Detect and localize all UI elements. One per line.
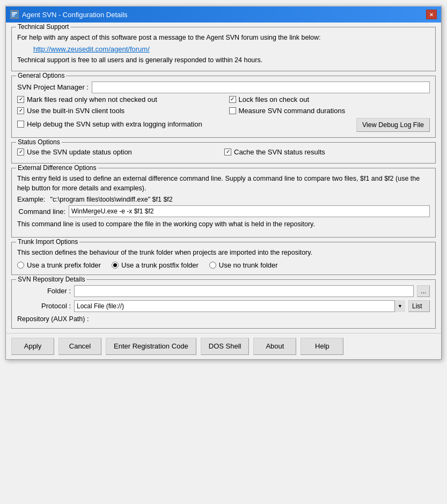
close-button[interactable]: × <box>426 10 437 19</box>
radio-no-trunk-circle[interactable] <box>209 262 216 269</box>
example-row: Example: "c:\program files\tools\windiff… <box>17 196 430 203</box>
trunk-import-group: Trunk Import Options This section define… <box>11 242 436 275</box>
radio-prefix-circle[interactable] <box>17 262 24 269</box>
trunk-import-label: Trunk Import Options <box>16 238 79 246</box>
footer-buttons: Apply Cancel Enter Registration Code DOS… <box>6 333 441 359</box>
radio-postfix[interactable]: Use a trunk postfix folder <box>112 261 199 269</box>
browse-button[interactable]: ... <box>417 285 430 297</box>
support-link[interactable]: http://www.zeusedit.com/agent/forum/ <box>33 45 150 53</box>
checkbox-row-2: Lock files on check out <box>229 95 430 103</box>
status-cb-row-1: Use the SVN update status option <box>17 148 223 156</box>
status-checkbox-grid: Use the SVN update status option Cache t… <box>17 148 430 158</box>
status-cb-row-2: Cache the SVN status results <box>224 148 430 156</box>
checkbox-row-4: Measure SVN command durations <box>229 107 430 115</box>
main-content: Technical Support For help with any aspe… <box>6 23 441 333</box>
cb-cache-status-label: Cache the SVN status results <box>234 148 325 156</box>
example-label: Example: <box>17 196 45 203</box>
tech-support-line1: For help with any aspect of this softwar… <box>17 33 430 43</box>
technical-support-group: Technical Support For help with any aspe… <box>11 27 436 71</box>
cb-lock-checkout[interactable] <box>229 96 236 103</box>
protocol-row: Protocol : Local File (file://) SVN (svn… <box>17 300 430 312</box>
title-bar-left: Agent SVN - Configuration Details <box>10 10 128 19</box>
enter-registration-button[interactable]: Enter Registration Code <box>106 338 196 355</box>
window-title: Agent SVN - Configuration Details <box>22 11 128 19</box>
trunk-import-content: This section defines the behaviour of th… <box>17 248 430 269</box>
folder-input[interactable] <box>74 285 414 297</box>
cancel-button[interactable]: Cancel <box>58 338 101 355</box>
svg-rect-2 <box>12 14 16 15</box>
main-window: Agent SVN - Configuration Details × Tech… <box>5 5 442 360</box>
folder-label: Folder : <box>17 287 71 295</box>
command-input[interactable] <box>69 205 430 217</box>
debug-btn-cell: View Debug Log File <box>229 118 430 132</box>
general-options-content: SVN Project Manager : Mark files read on… <box>17 81 430 132</box>
help-button[interactable]: Help <box>301 338 343 355</box>
radio-no-trunk[interactable]: Use no trunk folder <box>209 261 278 269</box>
cb-help-debug[interactable] <box>17 121 24 128</box>
folder-row: Folder : ... <box>17 285 430 297</box>
command-label: Command line: <box>17 207 65 216</box>
svg-rect-1 <box>12 12 17 13</box>
cb-builtin-svn[interactable] <box>17 107 24 114</box>
external-diff-note: This command line is used to compare the… <box>17 219 430 229</box>
example-value: "c:\program files\tools\windiff.exe" $f1… <box>50 196 173 203</box>
status-options-content: Use the SVN update status option Cache t… <box>17 148 430 158</box>
external-diff-content: This entry field is used to define an ex… <box>17 174 430 229</box>
cb-svn-update-status-label: Use the SVN update status option <box>27 148 132 156</box>
view-debug-log-button[interactable]: View Debug Log File <box>356 118 430 132</box>
technical-support-label: Technical Support <box>16 23 70 31</box>
cb-measure-duration[interactable] <box>229 107 236 114</box>
list-button[interactable]: List <box>408 300 430 312</box>
tech-support-line2: Technical support is free to all users a… <box>17 55 430 65</box>
status-options-label: Status Options <box>16 138 62 146</box>
app-icon <box>10 10 19 19</box>
trunk-radio-row: Use a trunk prefix folder Use a trunk po… <box>17 261 430 269</box>
svn-repository-content: Folder : ... Protocol : Local File (file… <box>17 285 430 323</box>
cb-mark-readonly[interactable] <box>17 96 24 103</box>
cb-lock-checkout-label: Lock files on check out <box>239 95 310 103</box>
checkbox-row-5: Help debug the SVN setup with extra logg… <box>17 118 218 130</box>
radio-prefix[interactable]: Use a trunk prefix folder <box>17 261 101 269</box>
external-diff-group: External Difference Options This entry f… <box>11 168 436 238</box>
external-diff-label: External Difference Options <box>16 164 98 172</box>
svn-project-input[interactable] <box>92 81 430 93</box>
svg-rect-3 <box>12 16 14 17</box>
aux-path-row: Repository (AUX Path) : <box>17 315 430 323</box>
technical-support-content: For help with any aspect of this softwar… <box>17 33 430 65</box>
checkbox-row-1: Mark files read only when not checked ou… <box>17 95 218 103</box>
trunk-import-desc: This section defines the behaviour of th… <box>17 248 430 258</box>
checkbox-grid: Mark files read only when not checked ou… <box>17 95 430 132</box>
svn-project-row: SVN Project Manager : <box>17 81 430 93</box>
cb-help-debug-label: Help debug the SVN setup with extra logg… <box>27 120 202 128</box>
radio-prefix-label: Use a trunk prefix folder <box>27 261 101 269</box>
dos-shell-button[interactable]: DOS Shell <box>201 338 250 355</box>
command-row: Command line: <box>17 205 430 217</box>
status-options-group: Status Options Use the SVN update status… <box>11 142 436 164</box>
about-button[interactable]: About <box>253 338 296 355</box>
cb-cache-status[interactable] <box>224 149 231 155</box>
title-bar: Agent SVN - Configuration Details × <box>6 6 441 23</box>
external-diff-desc: This entry field is used to define an ex… <box>17 174 430 194</box>
protocol-label: Protocol : <box>17 302 71 310</box>
radio-no-trunk-label: Use no trunk folder <box>219 261 278 269</box>
cb-measure-duration-label: Measure SVN command durations <box>239 107 346 115</box>
cb-mark-readonly-label: Mark files read only when not checked ou… <box>27 95 157 103</box>
aux-path-label: Repository (AUX Path) : <box>17 315 89 323</box>
cb-builtin-svn-label: Use the built-in SVN client tools <box>27 107 124 115</box>
svn-project-label: SVN Project Manager : <box>17 83 89 91</box>
radio-postfix-label: Use a trunk postfix folder <box>121 261 199 269</box>
general-options-group: General Options SVN Project Manager : Ma… <box>11 76 436 138</box>
general-options-label: General Options <box>16 72 66 79</box>
apply-button[interactable]: Apply <box>11 338 54 355</box>
svn-repository-group: SVN Repository Details Folder : ... Prot… <box>11 279 436 329</box>
radio-postfix-circle[interactable] <box>112 262 119 269</box>
protocol-select-container: Local File (file://) SVN (svn://) HTTP (… <box>74 300 405 312</box>
checkbox-row-3: Use the built-in SVN client tools <box>17 107 218 115</box>
svn-repository-label: SVN Repository Details <box>16 276 86 283</box>
cb-svn-update-status[interactable] <box>17 149 24 155</box>
protocol-select[interactable]: Local File (file://) SVN (svn://) HTTP (… <box>74 300 405 312</box>
